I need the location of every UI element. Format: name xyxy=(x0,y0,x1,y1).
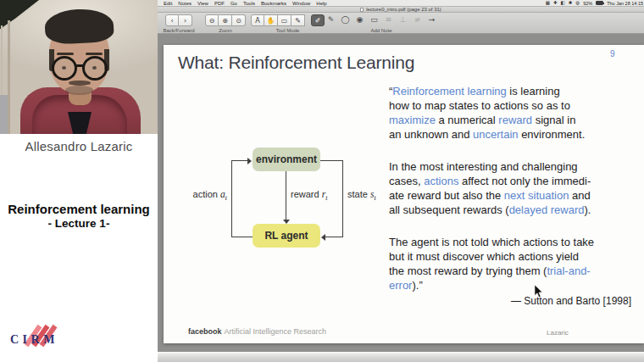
keyword-highlight: trial-and- xyxy=(547,265,590,277)
tool-back-button[interactable]: ‹ xyxy=(165,14,179,26)
toolbar-group-zoom: ⊖⊕⊙Zoom xyxy=(205,14,246,26)
toolbar-group-tool-mode: A✋▭✎✐Tool Mode xyxy=(251,14,325,26)
menu-status-area: ▦✚◧✱◍ 92% Thu Jan 28 14:15 xyxy=(546,1,644,6)
speaker-sidebar: Allesandro Lazaric Reinforcement learnin… xyxy=(0,0,158,362)
action-loop-vertical xyxy=(231,160,232,237)
tool-forward-button[interactable]: › xyxy=(179,14,192,26)
slide-title: What: Reinforcement Learning xyxy=(178,53,414,73)
toolbar-group-add-note: ✎◯◉▭≡⊥≠→Add Note xyxy=(324,14,439,26)
state-label: state st xyxy=(347,189,376,202)
quote-paragraph: In the most interesting and challengingc… xyxy=(389,159,640,217)
keyword-highlight: uncertain xyxy=(473,128,518,141)
speaker-name: Allesandro Lazaric xyxy=(0,139,158,153)
screen-share: EditNotesViewPDFGoToolsBookmarksWindowHe… xyxy=(158,0,644,362)
tool-rectangle-button[interactable]: ▭ xyxy=(367,14,381,26)
battery-percent: 92% xyxy=(583,1,592,6)
reward-arrow-line xyxy=(286,171,286,220)
menu-go[interactable]: Go xyxy=(230,1,237,6)
pdf-view-background: What: Reinforcement Learning 9 environme… xyxy=(158,34,644,352)
keyword-highlight: Reinforcement learning xyxy=(392,85,506,97)
macos-menu-bar: EditNotesViewPDFGoToolsBookmarksWindowHe… xyxy=(158,0,644,7)
facebook-wordmark: facebook xyxy=(188,327,222,336)
course-title-block: Reinforcement learning - Lecture 1- xyxy=(0,202,158,230)
environment-box: environment xyxy=(253,148,320,171)
menu-clock: Thu Jan 28 14:15 xyxy=(607,1,643,6)
menu-notes[interactable]: Notes xyxy=(178,1,192,6)
tool-sketch-button[interactable]: ✎ xyxy=(324,14,338,26)
tool-oval-button[interactable]: ◯ xyxy=(338,14,353,26)
tool-zoom-in-button[interactable]: ⊕ xyxy=(219,14,232,26)
tool-note-button[interactable]: ◉ xyxy=(353,14,367,26)
state-arrowhead xyxy=(321,234,325,241)
speaker-glasses xyxy=(82,56,108,81)
course-title: Reinforcement learning xyxy=(0,202,158,216)
battery-icon xyxy=(596,1,603,5)
toolbar-group-label: Back/Forward xyxy=(163,28,194,33)
tool-zoom-selection-button[interactable]: ⊙ xyxy=(232,14,246,26)
quote-attribution: — Sutton and Barto [1998] xyxy=(389,295,631,307)
tool-move-button[interactable]: ✋ xyxy=(264,14,278,26)
tool-text-select-button[interactable]: A xyxy=(251,14,264,26)
slide-page-number: 9 xyxy=(610,49,615,58)
menu-extra-icon[interactable]: ◍ xyxy=(575,1,580,6)
quote-paragraph: “Reinforcement learning is learninghow t… xyxy=(389,84,640,142)
lecture-subtitle: - Lecture 1- xyxy=(0,217,158,230)
menu-help[interactable]: Help xyxy=(316,1,326,6)
tool-select-rect-button[interactable]: ▭ xyxy=(278,14,291,26)
menu-edit[interactable]: Edit xyxy=(164,1,172,6)
tool-zoom-out-button[interactable]: ⊖ xyxy=(205,14,219,26)
keyword-highlight: next situation xyxy=(504,189,569,202)
window-title: lecture0_intro.pdf (page 23 of 31) xyxy=(366,7,441,12)
menu-bookmarks[interactable]: Bookmarks xyxy=(261,1,286,6)
menu-extra-icon[interactable]: ▦ xyxy=(546,1,550,6)
cirm-logo-text: CIRM xyxy=(10,333,58,347)
tool-strikethrough-text-button[interactable]: ≠ xyxy=(410,14,425,26)
quote-paragraph: The agent is not told which actions to t… xyxy=(389,235,640,292)
menu-pdf[interactable]: PDF xyxy=(214,1,225,6)
menu-extra-icon[interactable]: ◧ xyxy=(561,1,565,6)
keyword-highlight: actions xyxy=(424,175,458,187)
webcam-radiator xyxy=(0,95,8,134)
slide-footer-author: Lazaric xyxy=(547,329,569,337)
fair-label: Artificial Intelligence Research xyxy=(225,327,327,336)
webcam-door-frame xyxy=(8,20,10,134)
action-loop-bottom xyxy=(231,237,253,237)
state-loop-vertical xyxy=(342,160,343,237)
toolbar-group-label: Zoom xyxy=(219,28,231,33)
quote-block: “Reinforcement learning is learninghow t… xyxy=(389,84,640,310)
environment-label: environment xyxy=(256,153,317,165)
webcam-video xyxy=(0,0,158,134)
tool-arrow-button[interactable]: → xyxy=(425,14,439,26)
toolbar-group-label: Add Note xyxy=(370,28,391,33)
menu-tools[interactable]: Tools xyxy=(243,1,255,6)
tool-annotate-button[interactable]: ✎ xyxy=(291,14,305,26)
toolbar-group-back-forward: ‹›Back/Forward xyxy=(165,14,192,26)
menu-window[interactable]: Window xyxy=(292,1,310,6)
tool-underline-text-button[interactable]: ⊥ xyxy=(396,14,410,26)
menu-extra-icon[interactable]: ✚ xyxy=(553,1,558,6)
speaker-eyebrow xyxy=(86,53,103,55)
menu-items: EditNotesViewPDFGoToolsBookmarksWindowHe… xyxy=(158,1,327,6)
menu-view[interactable]: View xyxy=(197,1,208,6)
lecture-video-frame: Allesandro Lazaric Reinforcement learnin… xyxy=(0,0,644,362)
action-label: action at xyxy=(185,189,227,202)
keyword-highlight: maximize xyxy=(389,114,436,126)
speaker-eyebrow xyxy=(57,53,74,55)
reward-label: reward rt xyxy=(291,189,327,202)
slide-page: What: Reinforcement Learning 9 environme… xyxy=(164,45,644,343)
tool-highlight-button[interactable]: ✐ xyxy=(311,14,325,26)
speaker-stubble xyxy=(65,86,93,95)
keyword-highlight: error xyxy=(389,279,412,292)
window-title-bar[interactable]: lecture0_intro.pdf (page 23 of 31) xyxy=(158,7,644,13)
rl-agent-label: RL agent xyxy=(264,230,308,242)
reward-arrowhead xyxy=(283,220,290,224)
slide-footer-brand: facebookArtificial Intelligence Research xyxy=(188,327,326,336)
window-bottom-strip xyxy=(158,352,644,362)
cirm-logo: CIRM xyxy=(10,323,69,352)
action-loop-top xyxy=(231,160,248,161)
tool-highlight-text-button[interactable]: ≡ xyxy=(381,14,396,26)
pdf-doc-icon xyxy=(360,8,364,12)
preview-toolbar: ‹›Back/Forward ⊖⊕⊙Zoom A✋▭✎✐Tool Mode ✎◯… xyxy=(158,13,644,34)
menu-extra-icon[interactable]: ✱ xyxy=(569,1,573,6)
toolbar-group-label: Tool Mode xyxy=(276,28,300,33)
